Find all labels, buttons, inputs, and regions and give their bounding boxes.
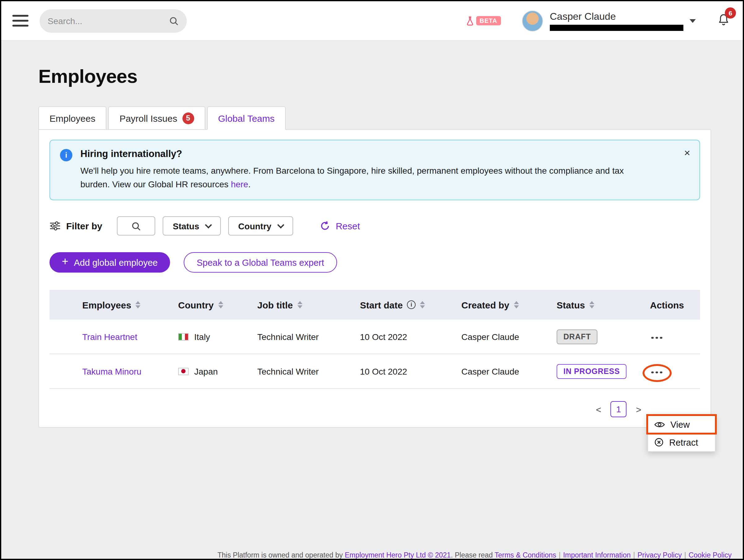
column-label: Created by	[461, 299, 509, 310]
hamburger-menu-icon[interactable]	[12, 15, 29, 27]
separator: |	[684, 551, 686, 559]
column-header-created-by[interactable]: Created by	[461, 299, 557, 310]
column-header-start-date[interactable]: Start date i	[360, 299, 461, 310]
row-actions-context-menu: View Retract	[647, 415, 715, 452]
search-icon	[132, 221, 141, 231]
add-global-employee-button[interactable]: + Add global employee	[49, 252, 170, 273]
column-header-employees[interactable]: Employees	[82, 299, 178, 310]
add-global-employee-label: Add global employee	[74, 257, 158, 267]
previous-page-button[interactable]: <	[596, 404, 601, 414]
column-header-job-title[interactable]: Job title	[257, 299, 360, 310]
chevron-down-icon	[205, 221, 212, 228]
tab-payroll-issues[interactable]: Payroll Issues 5	[108, 106, 205, 130]
filter-bar: Filter by Status Country	[49, 216, 700, 236]
italy-flag-icon	[178, 333, 189, 340]
notification-count-badge: 6	[725, 7, 736, 18]
filter-by-text: Filter by	[66, 221, 102, 231]
content-area: Employees Employees Payroll Issues 5 Glo…	[1, 66, 743, 560]
context-menu-item-view[interactable]: View	[648, 415, 715, 433]
row-actions-menu-icon[interactable]	[650, 333, 663, 343]
banner-line2: burden. View our Global HR resources	[80, 179, 231, 189]
footer-text: This Platform is owned and operated by	[217, 551, 345, 559]
employee-name-link[interactable]: Takuma Minoru	[82, 366, 141, 376]
sort-icon	[514, 301, 519, 309]
sort-icon	[218, 301, 223, 309]
table-search-button[interactable]	[117, 216, 155, 236]
next-page-button[interactable]: >	[636, 404, 641, 414]
notifications[interactable]: 6	[717, 13, 731, 29]
column-label: Country	[178, 299, 214, 310]
start-date-cell: 10 Oct 2022	[360, 366, 461, 376]
tab-employees[interactable]: Employees	[38, 106, 106, 130]
status-filter-dropdown[interactable]: Status	[163, 216, 221, 236]
separator: |	[559, 551, 561, 559]
reset-filters-button[interactable]: Reset	[320, 221, 360, 231]
separator: |	[633, 551, 635, 559]
actions-bar: + Add global employee Speak to a Global …	[49, 252, 700, 273]
filter-sliders-icon	[49, 221, 61, 231]
privacy-policy-link[interactable]: Privacy Policy	[638, 551, 682, 559]
reset-icon	[320, 221, 330, 231]
user-menu-caret-icon[interactable]	[690, 19, 696, 23]
global-hr-resources-link[interactable]: here	[231, 179, 248, 189]
banner-line1: We'll help you hire remote teams, anywhe…	[80, 166, 624, 175]
column-label: Start date	[360, 299, 403, 310]
employees-table: Employees Country Job title Start d	[49, 290, 700, 389]
speak-to-expert-button[interactable]: Speak to a Global Teams expert	[184, 252, 337, 273]
context-menu-item-retract[interactable]: Retract	[648, 433, 715, 451]
search-input[interactable]	[48, 16, 169, 26]
tab-label: Global Teams	[218, 113, 274, 123]
column-header-status[interactable]: Status	[557, 299, 650, 310]
japan-flag-icon	[178, 367, 189, 375]
terms-link[interactable]: Terms & Conditions	[494, 551, 556, 559]
beta-indicator: BETA	[466, 16, 501, 26]
footer-line1: This Platform is owned and operated by E…	[95, 550, 732, 560]
info-icon: i	[60, 149, 72, 161]
row-actions-menu-icon[interactable]	[650, 367, 663, 377]
status-badge: IN PROGRESS	[557, 364, 627, 378]
column-label: Status	[557, 299, 585, 310]
column-header-country[interactable]: Country	[178, 299, 257, 310]
beta-badge: BETA	[476, 16, 501, 25]
footer-text: . Please read	[451, 551, 495, 559]
global-teams-panel: i Hiring internationally? We'll help you…	[38, 129, 711, 428]
column-label: Job title	[257, 299, 293, 310]
page-number-button[interactable]: 1	[610, 401, 627, 417]
cookie-policy-link[interactable]: Cookie Policy	[689, 551, 732, 559]
hiring-info-banner: i Hiring internationally? We'll help you…	[49, 140, 700, 200]
table-header-row: Employees Country Job title Start d	[49, 290, 700, 320]
start-date-cell: 10 Oct 2022	[360, 332, 461, 342]
top-bar: BETA Casper Claude 6	[1, 1, 743, 41]
country-filter-dropdown[interactable]: Country	[228, 216, 293, 236]
chevron-down-icon	[277, 221, 284, 228]
important-information-link[interactable]: Important Information	[563, 551, 631, 559]
footer: This Platform is owned and operated by E…	[95, 550, 732, 560]
column-label: Employees	[82, 299, 131, 310]
country-name: Italy	[194, 332, 210, 342]
circle-x-icon	[654, 438, 664, 447]
payroll-issues-count-badge: 5	[182, 112, 194, 124]
employee-name-link[interactable]: Train Heartnet	[82, 332, 137, 342]
close-icon[interactable]: ×	[684, 148, 690, 158]
column-header-actions: Actions	[650, 299, 700, 310]
status-badge: DRAFT	[557, 329, 598, 344]
job-title-cell: Technical Writer	[257, 332, 360, 342]
created-by-cell: Casper Claude	[461, 366, 557, 376]
banner-line2-suffix: .	[248, 179, 251, 189]
user-avatar[interactable]	[522, 10, 543, 31]
country-name: Japan	[194, 366, 218, 376]
user-info: Casper Claude	[550, 11, 683, 31]
tab-bar: Employees Payroll Issues 5 Global Teams	[38, 106, 743, 130]
country-cell: Japan	[178, 366, 257, 376]
sort-icon	[297, 301, 302, 309]
reset-label: Reset	[336, 221, 360, 231]
column-label: Actions	[650, 299, 684, 310]
created-by-cell: Casper Claude	[461, 332, 557, 342]
user-name: Casper Claude	[550, 11, 683, 22]
speak-to-expert-label: Speak to a Global Teams expert	[197, 257, 324, 267]
tab-global-teams[interactable]: Global Teams	[207, 106, 286, 130]
status-filter-label: Status	[173, 221, 199, 231]
tab-label: Employees	[49, 113, 95, 123]
employment-hero-link[interactable]: Employment Hero Pty Ltd © 2021	[345, 551, 451, 559]
app-window: BETA Casper Claude 6 Employees Emplo	[0, 0, 744, 560]
